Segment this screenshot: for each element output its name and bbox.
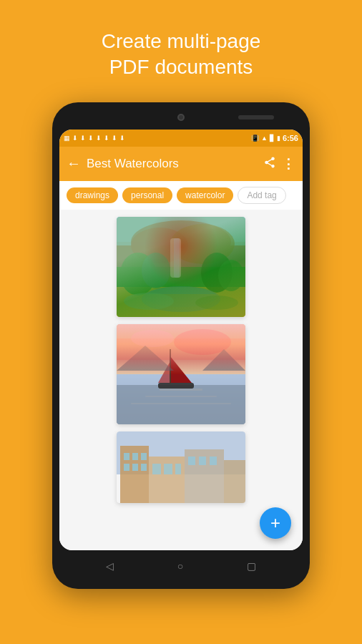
- download-icon-5: ⬇: [104, 135, 109, 142]
- phone-screen: ▦ ⬇ ⬇ ⬇ ⬇ ⬇ ⬇ ⬇ 📳 ▲ ▊ ▮ 6:56 ← Best Wate…: [59, 130, 303, 550]
- tag-drawings[interactable]: drawings: [67, 187, 118, 203]
- svg-rect-5: [174, 238, 180, 278]
- svg-point-9: [218, 260, 244, 291]
- add-tag-button[interactable]: Add tag: [238, 187, 285, 204]
- svg-rect-32: [124, 453, 129, 460]
- svg-rect-45: [210, 457, 217, 465]
- svg-rect-23: [131, 403, 231, 404]
- vibrate-icon: 📳: [251, 135, 259, 142]
- svg-point-10: [142, 286, 220, 312]
- painting-buildings: [117, 431, 245, 503]
- headline-line1: Create multi-page: [102, 30, 261, 52]
- svg-rect-44: [199, 457, 206, 465]
- svg-rect-0: [117, 217, 245, 245]
- image-card-2[interactable]: [117, 324, 245, 424]
- svg-point-13: [124, 293, 174, 310]
- tag-watercolor[interactable]: watercolor: [177, 187, 233, 203]
- svg-rect-34: [141, 453, 147, 460]
- svg-point-2: [131, 228, 188, 263]
- download-icon-4: ⬇: [96, 135, 102, 142]
- back-nav-icon[interactable]: ◁: [106, 560, 114, 572]
- svg-rect-15: [117, 324, 245, 374]
- painting-waterfall: [117, 217, 245, 317]
- phone-speaker: [238, 115, 274, 119]
- back-button[interactable]: ←: [67, 155, 81, 172]
- svg-rect-39: [152, 464, 161, 474]
- svg-rect-38: [149, 457, 185, 503]
- svg-point-6: [120, 253, 156, 296]
- svg-rect-46: [224, 460, 245, 503]
- add-icon: +: [270, 513, 280, 533]
- svg-rect-19: [117, 374, 245, 424]
- tags-bar: drawings personal watercolor Add tag: [59, 181, 303, 210]
- svg-rect-33: [132, 453, 138, 460]
- download-icon-7: ⬇: [119, 135, 125, 142]
- headline-line2: PDF documents: [109, 56, 253, 78]
- share-button[interactable]: [263, 156, 276, 172]
- svg-marker-25: [158, 360, 171, 383]
- svg-rect-22: [145, 396, 217, 397]
- svg-rect-37: [141, 464, 147, 471]
- svg-rect-4: [170, 238, 181, 278]
- svg-rect-21: [160, 389, 202, 391]
- nav-bar: ◁ ○ ▢: [59, 553, 303, 579]
- menu-icon: ▦: [64, 135, 70, 142]
- svg-point-8: [201, 253, 233, 293]
- svg-marker-29: [117, 346, 174, 371]
- svg-point-17: [174, 329, 231, 355]
- fab-button[interactable]: +: [260, 507, 291, 539]
- svg-marker-28: [202, 349, 245, 371]
- svg-rect-12: [117, 294, 245, 317]
- svg-rect-40: [164, 464, 172, 474]
- svg-rect-41: [175, 464, 181, 474]
- image-card-3[interactable]: [117, 431, 245, 503]
- svg-rect-27: [170, 349, 171, 384]
- svg-rect-16: [117, 338, 245, 360]
- svg-point-18: [131, 330, 174, 347]
- status-bar: ▦ ⬇ ⬇ ⬇ ⬇ ⬇ ⬇ ⬇ 📳 ▲ ▊ ▮ 6:56: [59, 130, 303, 147]
- svg-point-1: [131, 220, 231, 263]
- wifi-icon: ▲: [261, 135, 268, 142]
- svg-point-3: [170, 224, 235, 264]
- painting-boat: [117, 324, 245, 424]
- toolbar: ← Best Watercolors ⋮: [59, 147, 303, 181]
- status-icons-right: 📳 ▲ ▊ ▮ 6:56: [251, 134, 298, 142]
- phone-camera: [177, 114, 185, 121]
- svg-point-7: [142, 253, 170, 288]
- home-nav-icon[interactable]: ○: [177, 560, 183, 572]
- more-button[interactable]: ⋮: [282, 156, 295, 172]
- promo-headline: Create multi-page PDF documents: [102, 29, 261, 81]
- signal-icon: ▊: [270, 135, 275, 142]
- svg-rect-43: [188, 457, 195, 465]
- svg-rect-35: [124, 464, 129, 471]
- phone-top-notch: [59, 112, 303, 127]
- svg-point-11: [145, 287, 217, 307]
- download-icon-1: ⬇: [72, 135, 78, 142]
- recent-nav-icon[interactable]: ▢: [247, 560, 256, 572]
- phone-wrapper: ▦ ⬇ ⬇ ⬇ ⬇ ⬇ ⬇ ⬇ 📳 ▲ ▊ ▮ 6:56 ← Best Wate…: [52, 102, 310, 589]
- download-icon-6: ⬇: [112, 135, 117, 142]
- svg-rect-26: [158, 383, 194, 389]
- svg-marker-24: [170, 356, 192, 383]
- clock: 6:56: [283, 134, 298, 142]
- image-card-1[interactable]: [117, 217, 245, 317]
- download-icon-2: ⬇: [80, 135, 86, 142]
- content-area: +: [59, 210, 303, 550]
- toolbar-title: Best Watercolors: [87, 157, 258, 171]
- status-icons-left: ▦ ⬇ ⬇ ⬇ ⬇ ⬇ ⬇ ⬇: [64, 135, 125, 142]
- battery-icon: ▮: [277, 135, 280, 142]
- tag-personal[interactable]: personal: [122, 187, 172, 203]
- svg-point-14: [195, 296, 238, 310]
- download-icon-3: ⬇: [88, 135, 94, 142]
- svg-rect-36: [132, 464, 138, 471]
- svg-rect-20: [117, 385, 245, 424]
